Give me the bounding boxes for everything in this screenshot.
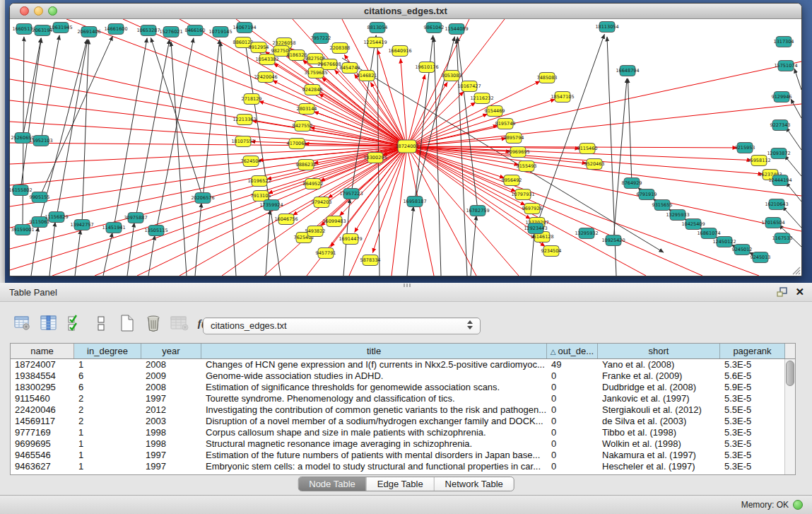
table-cell[interactable]: 9115460 [11, 393, 74, 404]
graph-node[interactable]: 9146821 [357, 71, 377, 81]
table-row[interactable]: 946362711997Embryonic stem cells: a mode… [11, 461, 795, 472]
table-cell[interactable]: Hescheler et al. (1997) [598, 461, 720, 472]
table-cell[interactable]: 18300295 [11, 382, 74, 393]
table-cell[interactable]: 1 [74, 359, 141, 370]
table-cell[interactable]: 5.3E-5 [720, 438, 785, 450]
graph-node[interactable]: 9315655 [652, 200, 673, 211]
graph-node[interactable]: 11544089 [445, 24, 468, 35]
graph-edge[interactable] [156, 38, 194, 230]
table-cell[interactable]: 18724007 [11, 359, 74, 370]
table-cell[interactable]: 0 [547, 393, 598, 404]
table-cell[interactable]: Structural magnetic resonance image aver… [201, 438, 547, 450]
select-all-columns-icon[interactable] [65, 314, 85, 332]
column-header-out_de[interactable]: △out_de... [547, 344, 598, 358]
graph-node[interactable]: 9895794 [504, 133, 524, 144]
graph-node[interactable]: 10167427 [457, 81, 481, 92]
graph-node[interactable]: 16210643 [765, 199, 788, 210]
table-cell[interactable]: Nakamura et al. (1997) [598, 450, 720, 461]
table-cell[interactable]: 5.5E-5 [720, 404, 785, 416]
vertical-scrollbar[interactable] [784, 359, 795, 475]
table-cell[interactable]: 6 [74, 382, 141, 393]
graph-node[interactable]: 13295933 [666, 210, 689, 221]
float-panel-icon[interactable] [777, 287, 788, 298]
column-header-name[interactable]: name [11, 344, 74, 358]
graph-node[interactable]: 7624504 [241, 156, 261, 167]
graph-node[interactable]: 16914479 [339, 234, 362, 245]
graph-edge[interactable] [415, 35, 433, 201]
table-cell[interactable]: 1 [74, 438, 141, 450]
table-cell[interactable]: 0 [547, 370, 598, 382]
table-cell[interactable]: Changes of HCN gene expression and I(f) … [201, 359, 547, 370]
unselect-all-columns-icon[interactable] [91, 314, 111, 332]
table-row[interactable]: 1938455462009Genome-wide association stu… [11, 370, 795, 382]
table-cell[interactable]: 9699695 [11, 438, 74, 450]
table-cell[interactable]: 14569117 [11, 416, 74, 427]
table-row[interactable]: 1872400712008Changes of HCN gene express… [11, 359, 795, 370]
graph-node[interactable]: 9234504 [541, 246, 562, 257]
table-cell[interactable]: 2 [74, 416, 141, 427]
table-row[interactable]: 1456911722003Disruption of a novel membe… [11, 416, 795, 427]
graph-node[interactable]: 8053083 [442, 71, 462, 81]
table-cell[interactable]: 2009 [141, 370, 201, 382]
delete-column-icon[interactable] [143, 314, 163, 332]
splitpane-grip[interactable] [404, 284, 411, 287]
graph-node[interactable]: 17016504 [761, 218, 784, 228]
graph-node[interactable]: 16861074 [697, 228, 720, 239]
column-header-year[interactable]: year [141, 344, 201, 358]
table-cell[interactable]: 1997 [141, 450, 201, 461]
table-cell[interactable]: 22420046 [11, 404, 74, 416]
graph-node[interactable]: 8186328 [287, 50, 307, 61]
graph-node[interactable]: 12254419 [363, 37, 387, 48]
table-cell[interactable]: Corpus callosum shape and size in male p… [201, 427, 547, 438]
graph-node[interactable]: 9520463 [584, 159, 605, 170]
table-cell[interactable]: Dudbridge et al. (2008) [598, 382, 720, 393]
table-cell[interactable]: 1997 [141, 461, 201, 472]
graph-edge[interactable] [114, 38, 147, 228]
graph-node[interactable]: 16640916 [388, 46, 411, 57]
table-cell[interactable]: 5.3E-5 [720, 359, 785, 370]
graph-node[interactable]: 10196522 [247, 176, 271, 187]
network-window[interactable]: citations_edges.txt 18724007183002958860… [9, 3, 802, 276]
table-cell[interactable]: 1997 [141, 393, 201, 404]
table-cell[interactable]: 1998 [141, 427, 201, 438]
graph-edge[interactable] [628, 78, 632, 183]
table-cell[interactable]: 5.9E-5 [720, 382, 785, 393]
graph-node[interactable]: 9227343 [770, 120, 791, 131]
graph-node[interactable]: 9215953 [735, 143, 755, 153]
graph-node[interactable]: 16648794 [616, 66, 639, 76]
graph-node[interactable]: 8466160 [185, 25, 206, 36]
graph-node[interactable]: 18547105 [551, 92, 574, 103]
column-header-pagerank[interactable]: pagerank [720, 344, 785, 358]
table-cell[interactable]: 2012 [141, 404, 201, 416]
graph-edge[interactable] [351, 35, 376, 194]
column-header-short[interactable]: short [598, 344, 720, 358]
close-button[interactable] [20, 6, 29, 16]
graph-node[interactable]: 9861042 [424, 23, 445, 33]
table-cell[interactable]: 0 [547, 427, 598, 438]
table-cell[interactable]: Genome-wide association studies in ADHD. [201, 370, 547, 382]
zoom-button[interactable] [48, 6, 57, 16]
graph-node[interactable]: 9886237 [296, 160, 317, 170]
graph-node[interactable]: 8195749 [495, 119, 516, 129]
scrollbar-thumb[interactable] [786, 361, 794, 386]
table-cell[interactable]: Tibbo et al. (1998) [598, 427, 720, 438]
table-cell[interactable]: 0 [547, 382, 598, 393]
graph-node[interactable]: 15958112 [747, 156, 770, 166]
graph-node[interactable]: 15276021 [159, 27, 182, 37]
column-header-title[interactable]: title [201, 344, 547, 358]
graph-node[interactable]: 9242848 [302, 85, 323, 95]
graph-node[interactable]: 9155493 [517, 161, 537, 172]
graph-node[interactable]: 8764929 [622, 178, 642, 189]
table-cell[interactable]: 49 [547, 359, 598, 370]
table-cell[interactable]: 1 [74, 427, 141, 438]
table-cell[interactable]: Tourette syndrome. Phenomenology and cla… [201, 393, 547, 404]
table-cell[interactable]: Jankovic et al. (1997) [598, 393, 720, 404]
table-cell[interactable]: 9463627 [11, 461, 74, 472]
table-settings-icon[interactable] [13, 314, 33, 332]
tab-network-table[interactable]: Network Table [435, 477, 514, 491]
table-cell[interactable]: Yano et al. (2008) [598, 359, 720, 370]
graph-node[interactable]: 18113054 [595, 22, 618, 33]
table-cell[interactable]: Investigating the contribution of common… [201, 404, 547, 416]
table-cell[interactable]: 2008 [141, 359, 201, 370]
table-cell[interactable]: 5.3E-5 [720, 393, 785, 404]
